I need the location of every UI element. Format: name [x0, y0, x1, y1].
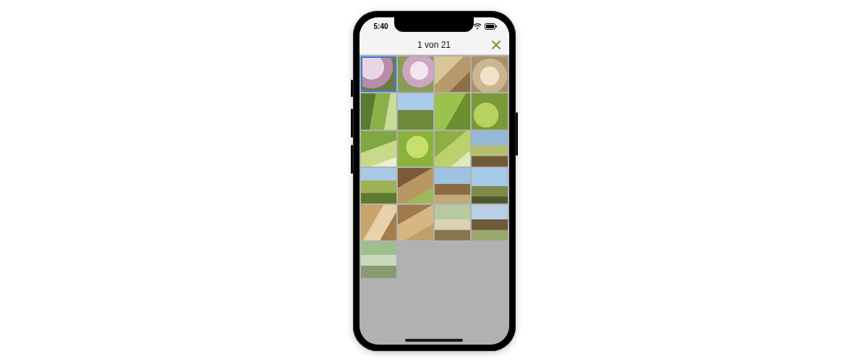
notch	[394, 17, 474, 32]
wifi-icon	[473, 23, 482, 30]
thumb-17[interactable]	[361, 205, 396, 240]
thumb-18[interactable]	[398, 205, 433, 240]
home-indicator	[405, 339, 463, 342]
status-right	[473, 23, 499, 30]
thumb-5[interactable]	[361, 93, 396, 129]
thumb-6[interactable]	[398, 93, 433, 129]
thumb-13[interactable]	[361, 168, 396, 203]
gallery-header: 1 von 21	[359, 35, 509, 55]
thumb-16[interactable]	[472, 168, 507, 203]
stage: 5:40 1 von 21	[0, 0, 868, 362]
power-btn	[516, 112, 518, 156]
thumb-2[interactable]	[398, 56, 433, 92]
volume-up-btn	[351, 109, 353, 138]
gallery-grid	[361, 56, 508, 278]
thumb-9[interactable]	[361, 131, 396, 167]
battery-icon	[485, 23, 498, 30]
screen: 5:40 1 von 21	[359, 17, 509, 345]
status-time: 5:40	[370, 22, 388, 30]
thumb-10[interactable]	[398, 131, 433, 167]
thumb-15[interactable]	[435, 168, 470, 203]
thumb-21[interactable]	[361, 242, 396, 277]
thumb-11[interactable]	[435, 131, 470, 167]
thumb-1[interactable]	[361, 56, 396, 92]
svg-rect-1	[486, 25, 494, 28]
close-icon	[491, 40, 501, 50]
svg-rect-2	[495, 25, 497, 28]
thumb-4[interactable]	[472, 56, 507, 92]
thumb-12[interactable]	[472, 131, 507, 167]
mute-switch	[351, 80, 353, 97]
volume-down-btn	[351, 145, 353, 174]
gallery-grid-area	[359, 55, 509, 345]
thumb-3[interactable]	[435, 56, 470, 92]
thumb-14[interactable]	[398, 168, 433, 203]
thumb-19[interactable]	[435, 205, 470, 240]
close-button[interactable]	[489, 38, 503, 52]
thumb-7[interactable]	[435, 93, 470, 129]
phone-frame: 5:40 1 von 21	[353, 11, 516, 351]
thumb-8[interactable]	[472, 93, 507, 129]
page-title: 1 von 21	[417, 40, 451, 50]
thumb-20[interactable]	[472, 205, 507, 240]
